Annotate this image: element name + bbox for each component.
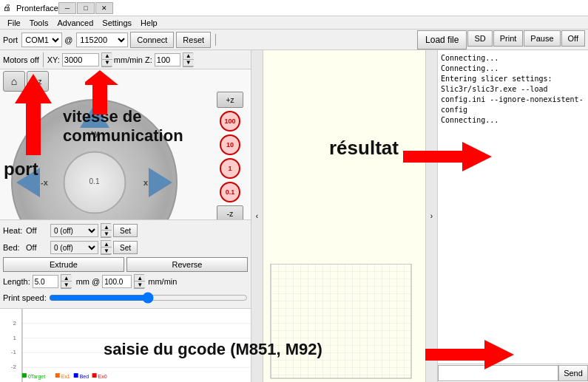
close-button[interactable]: ✕ — [95, 2, 113, 14]
menu-settings[interactable]: Settings — [98, 16, 136, 29]
length-input[interactable] — [33, 275, 58, 288]
mm-at-label: mm @ — [76, 277, 101, 286]
svg-rect-9 — [22, 373, 27, 378]
home-xy-button[interactable]: ⌂ — [3, 71, 25, 92]
heat-select[interactable]: 0 (off) — [50, 224, 98, 237]
svg-rect-11 — [55, 373, 60, 378]
collapse-left-button[interactable]: ‹ — [251, 50, 263, 382]
right-panel: Connecting...Connecting...Entering slice… — [438, 50, 588, 382]
minimize-button[interactable]: ─ — [58, 2, 76, 14]
menu-bar: File Tools Advanced Settings Help — [0, 16, 588, 30]
extrude-button[interactable]: Extrude — [3, 257, 124, 272]
middle-panel — [263, 50, 426, 382]
z-minus-button[interactable]: -z — [217, 205, 243, 219]
pause-button[interactable]: Pause — [524, 30, 560, 47]
send-button[interactable]: Send — [558, 365, 588, 381]
xy-input[interactable] — [62, 53, 99, 66]
svg-text:0Target: 0Target — [28, 374, 45, 380]
left-panel: Motors off XY: ▲ ▼ mm/min Z: ▲ ▼ ⌂ ⌂z — [0, 50, 251, 382]
heat-set-button[interactable]: Set — [113, 224, 138, 237]
reset-button[interactable]: Reset — [176, 32, 211, 48]
collapse-right-button[interactable]: › — [426, 50, 438, 382]
connect-button[interactable]: Connect — [130, 32, 174, 48]
print-speed-label: Print speed: — [3, 293, 47, 302]
z-step-01[interactable]: 0.1 — [220, 182, 240, 202]
bed-select[interactable]: 0 (off) — [50, 241, 98, 254]
app-title: Pronterface — [16, 4, 58, 13]
print-preview — [263, 50, 425, 382]
heat-state: Off — [26, 226, 47, 235]
main-content: Motors off XY: ▲ ▼ mm/min Z: ▲ ▼ ⌂ ⌂z — [0, 50, 588, 382]
length-down[interactable]: ▼ — [61, 282, 72, 288]
heat-label: Heat: — [3, 226, 24, 235]
menu-help[interactable]: Help — [136, 16, 162, 29]
console-line: Connecting... — [441, 64, 585, 74]
jog-y-plus-button[interactable] — [80, 104, 109, 128]
title-bar-controls: ─ □ ✕ — [58, 2, 113, 14]
bed-val-down[interactable]: ▼ — [101, 248, 112, 254]
console-line: Entering slicer settings: — [441, 74, 585, 84]
port-select[interactable]: COM1 — [21, 33, 62, 47]
title-bar: 🖨 Pronterface ─ □ ✕ — [0, 0, 588, 16]
print-button[interactable]: Print — [493, 30, 524, 47]
menu-tools[interactable]: Tools — [25, 16, 53, 29]
z-down[interactable]: ▼ — [183, 60, 194, 66]
bed-set-button[interactable]: Set — [113, 241, 138, 254]
chart-area: 2 1 -1 -2 0Target Ex1 Bed Ex0 — [0, 308, 251, 382]
x-plus-label: x — [143, 178, 148, 187]
svg-rect-17 — [271, 264, 411, 378]
command-input[interactable] — [438, 365, 558, 381]
z-step-10[interactable]: 10 — [220, 134, 240, 155]
command-row: Send — [438, 364, 588, 382]
menu-file[interactable]: File — [3, 16, 25, 29]
app-icon: 🖨 — [3, 3, 13, 13]
speed-input[interactable] — [102, 275, 132, 288]
length-label: Length: — [3, 277, 30, 286]
controls-area: ⌂ ⌂z 0.1 — [0, 69, 251, 219]
off-button[interactable]: Off — [561, 30, 585, 47]
z-step-1[interactable]: 1 — [220, 158, 240, 179]
xy-label: XY: — [47, 55, 60, 64]
z-plus-button[interactable]: +z — [217, 92, 243, 108]
svg-rect-13 — [74, 373, 78, 378]
mm-min-label: mm/min Z: — [114, 55, 152, 64]
console-output[interactable]: Connecting...Connecting...Entering slice… — [438, 50, 588, 364]
z-controls: +z 100 10 1 0.1 -z — [217, 92, 243, 219]
bed-label: Bed: — [3, 243, 24, 252]
z-step-100[interactable]: 100 — [220, 111, 240, 132]
toolbar: Port COM1 @ 115200 Connect Reset Load fi… — [0, 30, 588, 50]
speed-unit: mm/min — [148, 277, 177, 286]
home-z-button[interactable]: ⌂z — [27, 71, 49, 92]
sd-button[interactable]: SD — [467, 30, 492, 47]
console-line: Connecting... — [441, 53, 585, 64]
heat-bed-area: Heat: Off 0 (off) ▲ ▼ Set Bed: Off 0 (of… — [0, 219, 251, 308]
svg-text:2: 2 — [13, 320, 16, 327]
at-label: @ — [64, 35, 72, 44]
jog-x-minus-button[interactable] — [16, 168, 40, 197]
bed-state: Off — [26, 243, 47, 252]
svg-text:Bed: Bed — [80, 374, 89, 379]
svg-rect-15 — [92, 373, 97, 378]
svg-text:1: 1 — [13, 335, 16, 341]
jog-x-plus-button[interactable] — [149, 168, 172, 197]
motors-off-label: Motors off — [3, 55, 39, 64]
svg-text:Ex1: Ex1 — [61, 374, 70, 379]
console-line: Slic3r/slic3r.exe --load config.ini --ig… — [441, 84, 585, 115]
motors-row: Motors off XY: ▲ ▼ mm/min Z: ▲ ▼ — [0, 50, 251, 69]
y-plus-label: +y — [89, 129, 99, 137]
print-speed-slider[interactable] — [49, 293, 248, 303]
speed-down[interactable]: ▼ — [135, 282, 145, 288]
z-speed-input[interactable] — [155, 53, 180, 66]
load-file-button[interactable]: Load file — [417, 30, 467, 50]
heat-val-down[interactable]: ▼ — [101, 231, 112, 237]
xy-down[interactable]: ▼ — [102, 60, 112, 66]
console-line: Connecting... — [441, 115, 585, 126]
x-minus-label: -x — [41, 178, 48, 187]
svg-text:-2: -2 — [11, 364, 17, 370]
reverse-button[interactable]: Reverse — [126, 257, 248, 272]
svg-text:Ex0: Ex0 — [98, 374, 107, 379]
baud-select[interactable]: 115200 — [76, 33, 128, 47]
port-label: Port — [3, 35, 18, 44]
maximize-button[interactable]: □ — [77, 2, 95, 14]
menu-advanced[interactable]: Advanced — [53, 16, 98, 29]
